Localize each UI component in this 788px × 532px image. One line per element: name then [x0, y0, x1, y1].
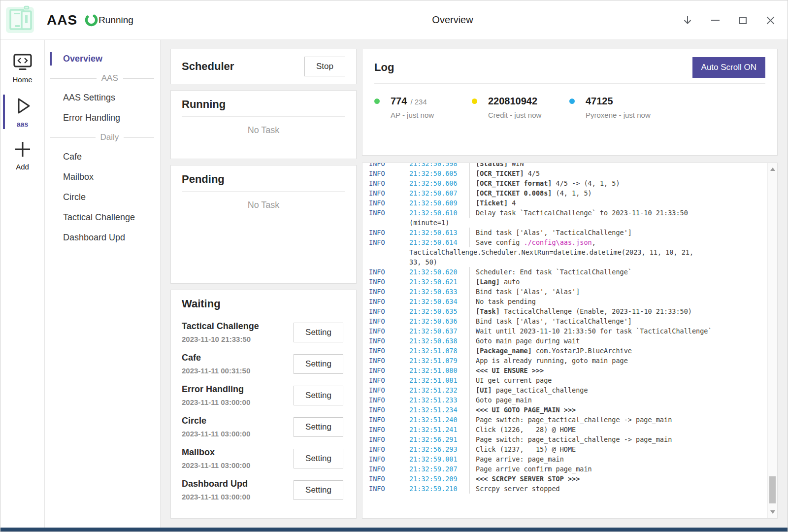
- task-setting-button[interactable]: Setting: [294, 386, 343, 405]
- task-setting-button[interactable]: Setting: [294, 354, 343, 374]
- log-level: INFO: [369, 198, 409, 208]
- log-level: INFO: [369, 188, 409, 198]
- pending-empty-text: No Task: [182, 200, 345, 210]
- waiting-task-name: Mailbox: [182, 447, 250, 458]
- nav-item-add[interactable]: Add: [0, 137, 44, 173]
- pending-title: Pending: [182, 173, 345, 186]
- stat-dot-icon: [374, 99, 380, 104]
- sidebar-item-mailbox[interactable]: Mailbox: [45, 167, 160, 187]
- nav-item-home[interactable]: Home: [0, 50, 44, 86]
- log-message: Delay task `TacticalChallenge` to 2023-1…: [469, 208, 767, 218]
- log-stat: 47125Pyroxene - just now: [569, 96, 667, 119]
- log-timestamp: 21:32:50.607: [409, 188, 469, 198]
- pending-card: Pending No Task: [170, 165, 357, 284]
- log-message: <<< UI GOTO PAGE_MAIN >>>: [469, 405, 767, 415]
- sidebar-item-aas-settings[interactable]: AAS Settings: [45, 88, 160, 108]
- log-level: INFO: [369, 454, 409, 464]
- stat-dot-icon: [472, 99, 477, 104]
- log-timestamp: 21:32:50.605: [409, 168, 469, 178]
- log-timestamp: 21:32:56.293: [409, 444, 469, 454]
- waiting-task-row: Cafe2023-11-11 00:31:50Setting: [182, 348, 345, 379]
- sidebar-item-overview[interactable]: Overview: [45, 49, 160, 69]
- task-setting-button[interactable]: Setting: [294, 323, 343, 342]
- sidebar-item-error-handling[interactable]: Error Handling: [45, 108, 160, 128]
- log-timestamp: 21:32:50.636: [409, 316, 469, 326]
- log-line: INFO21:32:50.620Scheduler: End task `Tac…: [369, 267, 767, 277]
- task-setting-button[interactable]: Setting: [294, 417, 343, 437]
- log-timestamp: 21:32:50.598: [409, 163, 469, 168]
- log-timestamp: 21:32:51.233: [409, 395, 469, 405]
- log-level: INFO: [369, 464, 409, 474]
- task-setting-button[interactable]: Setting: [294, 449, 343, 468]
- sidebar-item-tactical-challenge[interactable]: Tactical Challenge: [45, 207, 160, 228]
- log-timestamp: 21:32:51.232: [409, 385, 469, 395]
- log-message: Click (1237, 15) @ HOME: [469, 444, 767, 454]
- log-timestamp: 21:32:51.080: [409, 366, 469, 375]
- log-line: INFO21:32:51.232[UI] page_tactical_chall…: [369, 385, 767, 395]
- sidebar-item-cafe[interactable]: Cafe: [45, 147, 160, 167]
- task-setting-button[interactable]: Setting: [294, 480, 343, 500]
- log-level: INFO: [369, 366, 409, 375]
- log-level: INFO: [369, 385, 409, 395]
- sidebar-section-divider: Daily: [45, 128, 160, 147]
- log-timestamp: 21:32:50.621: [409, 277, 469, 287]
- log-line: (minute=1): [369, 218, 767, 228]
- running-empty-text: No Task: [182, 125, 345, 135]
- sidebar-item-circle[interactable]: Circle: [45, 187, 160, 207]
- log-timestamp: 21:32:50.614: [409, 237, 469, 247]
- download-icon: [682, 14, 693, 26]
- log-level: INFO: [369, 316, 409, 326]
- code-monitor-icon: [12, 53, 33, 71]
- running-spinner-icon: [84, 13, 98, 27]
- scheduler-stop-button[interactable]: Stop: [304, 57, 345, 76]
- log-line: INFO21:32:50.598[Status] WIN: [369, 163, 767, 168]
- stat-value: 220810942: [488, 96, 541, 107]
- window-maximize-button[interactable]: [734, 12, 751, 29]
- main-panel: Scheduler Stop Running No Task Pending N…: [161, 40, 788, 528]
- log-line: INFO21:32:50.607[OCR_TICKET 0.008s] (4, …: [369, 188, 767, 198]
- nav-label-aas: aas: [0, 120, 44, 128]
- sidebar-item-dashboard-upd[interactable]: Dashboard Upd: [45, 228, 160, 248]
- log-message: [Task] TacticalChallenge (Enable, 2023-1…: [469, 306, 767, 316]
- log-level: INFO: [369, 297, 409, 306]
- log-line: INFO21:32:59.209<<< SCRCPY SERVER STOP >…: [369, 474, 767, 484]
- log-line: INFO21:32:50.637Wait until 2023-11-10 21…: [369, 326, 767, 336]
- log-level: INFO: [369, 346, 409, 356]
- log-line: INFO21:32:50.634No task pending: [369, 297, 767, 306]
- log-level: INFO: [369, 434, 409, 444]
- log-timestamp: 21:32:51.240: [409, 415, 469, 425]
- log-level: INFO: [369, 375, 409, 385]
- auto-scroll-button[interactable]: Auto Scroll ON: [692, 57, 765, 78]
- waiting-list: Tactical Challenge2023-11-10 21:33:50Set…: [182, 316, 345, 505]
- log-timestamp: 21:32:50.610: [409, 208, 469, 218]
- log-message: UI get current page: [469, 375, 767, 385]
- stat-label: AP - just now: [391, 111, 434, 119]
- log-scrollbar[interactable]: [767, 163, 777, 518]
- running-card: Running No Task: [170, 90, 357, 159]
- window-download-button[interactable]: [679, 12, 696, 29]
- stat-dot-icon: [569, 99, 575, 104]
- scroll-up-icon[interactable]: [770, 167, 775, 171]
- log-card: Log Auto Scroll ON 774/ 234AP - just now…: [362, 49, 778, 156]
- window-minimize-button[interactable]: [707, 12, 723, 29]
- log-message: Scheduler: End task `TacticalChallenge`: [469, 267, 767, 277]
- log-message: No task pending: [469, 297, 767, 306]
- scroll-down-icon[interactable]: [770, 510, 775, 514]
- log-timestamp: 21:32:50.620: [409, 267, 469, 277]
- log-level: INFO: [369, 405, 409, 415]
- scrollbar-thumb[interactable]: [769, 476, 776, 503]
- log-line: INFO21:32:51.241Click (1226, 28) @ HOME: [369, 425, 767, 434]
- waiting-task-name: Circle: [182, 416, 250, 426]
- log-message: [Status] WIN: [469, 163, 767, 168]
- nav-item-aas[interactable]: aas: [0, 93, 44, 130]
- log-level: INFO: [369, 306, 409, 316]
- window-close-button[interactable]: [762, 12, 779, 29]
- content-area: Home aas Add OverviewAASAAS SettingsErro…: [0, 40, 788, 528]
- scheduler-status: Running: [84, 13, 133, 27]
- nav-rail: Home aas Add: [0, 40, 45, 528]
- log-message: [OCR_TICKET 0.008s] (4, 1, 5): [469, 188, 767, 198]
- nav-label-home: Home: [0, 75, 44, 84]
- close-icon: [765, 15, 776, 26]
- log-line: INFO21:32:50.621[Lang] auto: [369, 277, 767, 287]
- waiting-task-time: 2023-11-11 03:00:00: [182, 461, 250, 469]
